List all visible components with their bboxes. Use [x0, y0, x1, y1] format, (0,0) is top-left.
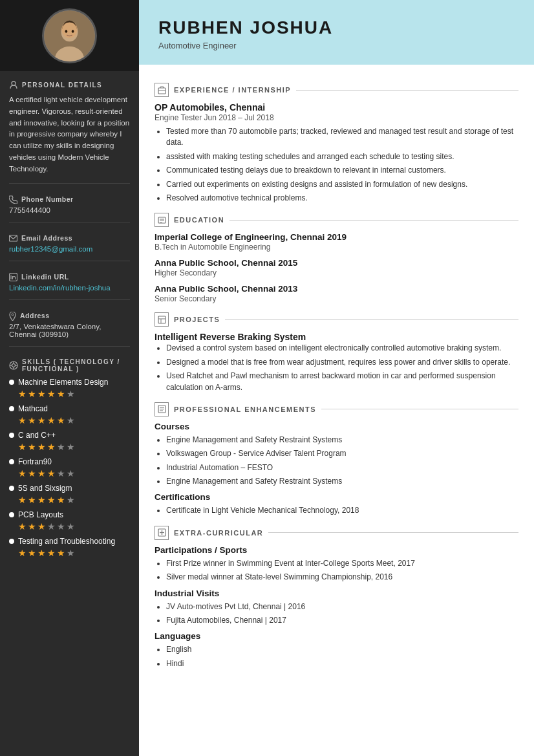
projects-icon [155, 312, 169, 327]
certification-item: Certificate in Light Vehicle Mechanical … [166, 505, 518, 516]
participation-item: First Prize winner in Swimming Event at … [166, 558, 518, 569]
professional-section-title: Professional Enhancements [174, 405, 316, 413]
education-section-header: Education [155, 213, 518, 227]
resume-body: Experience / Internship OP Automobiles, … [139, 65, 534, 684]
svg-point-4 [65, 30, 68, 33]
svg-point-5 [72, 30, 74, 33]
skill-dot [9, 539, 14, 544]
experience-section-header: Experience / Internship [155, 83, 518, 97]
exp-bullet: Resolved automotive technical problems. [166, 193, 518, 204]
courses-list: Engine Management and Safety Restraint S… [166, 435, 518, 488]
experience-icon [155, 83, 169, 97]
experience-section-line [296, 90, 518, 91]
skill-item: Testing and Troubleshooting★★★★★★ [9, 537, 130, 558]
bio-text: A certified light vehicle development en… [9, 94, 130, 175]
skill-dot [9, 433, 14, 438]
education-entries: Imperial College of Engineering, Chennai… [155, 232, 518, 303]
skill-stars: ★★★★★★ [18, 415, 130, 426]
project-bullet: Used Ratchet and Pawl mechanism to arres… [166, 371, 518, 393]
skill-item: C and C++★★★★★★ [9, 431, 130, 452]
education-section-line [230, 220, 518, 221]
skill-item: Machine Elements Design★★★★★★ [9, 378, 130, 399]
skills-list: Machine Elements Design★★★★★★Mathcad★★★★… [9, 378, 130, 558]
skill-dot [9, 380, 14, 385]
professional-section-header: Professional Enhancements [155, 402, 518, 416]
education-section-title: Education [174, 216, 224, 224]
participations-label: Participations / Sports [155, 545, 518, 555]
skill-stars: ★★★★★★ [18, 548, 130, 558]
experience-section-title: Experience / Internship [174, 86, 291, 94]
language-item: English [166, 644, 518, 655]
skill-name: Fortran90 [9, 457, 130, 466]
extra-section-line [268, 532, 518, 533]
skill-name: PCB Layouts [9, 510, 130, 519]
skill-name: Machine Elements Design [9, 378, 130, 387]
skill-stars: ★★★★★★ [18, 389, 130, 399]
projects-section-header: Projects [155, 312, 518, 327]
exp-company: OP Automobiles, Chennai [155, 102, 518, 113]
linkedin-label: Linkedin URL [21, 273, 69, 281]
candidate-title: Automotive Engineer [158, 41, 515, 50]
email-section: Email Address rubher12345@gmail.com [0, 225, 139, 258]
phone-label: Phone Number [21, 195, 74, 203]
skill-dot [9, 406, 14, 411]
certifications-label: Certifications [155, 492, 518, 502]
languages-list: EnglishHindi [166, 644, 518, 669]
education-icon [155, 213, 169, 227]
projects-section-line [225, 319, 518, 320]
extra-section-title: Extra-Curricular [174, 529, 263, 537]
skills-section: Skills ( Technology / Functional ) Machi… [0, 349, 139, 568]
personal-details-heading: Personal Details [9, 80, 130, 89]
exp-bullet: assisted with making testing schedules a… [166, 151, 518, 162]
edu-title: Imperial College of Engineering, Chennai… [155, 232, 518, 242]
address-section: Address 2/7, Venkateshwara Colony, Chenn… [0, 303, 139, 343]
edu-subtitle: B.Tech in Automobile Engineering [155, 243, 518, 252]
projects-section-title: Projects [174, 316, 220, 323]
svg-point-6 [12, 81, 16, 85]
industrial-item: JV Auto-motives Pvt Ltd, Chennai | 2016 [166, 601, 518, 612]
courses-label: Courses [155, 422, 518, 431]
exp-bullets: Tested more than 70 automobile parts; tr… [166, 126, 518, 204]
skill-dot [9, 512, 14, 517]
participations-list: First Prize winner in Swimming Event at … [166, 558, 518, 583]
exp-bullet: Communicated testing delays due to break… [166, 165, 518, 176]
phone-value: 7755444400 [9, 206, 130, 214]
linkedin-section: Linkedin URL Linkedin.com/in/rubhen-josh… [0, 264, 139, 297]
course-item: Engine Management and Safety Restraint S… [166, 476, 518, 487]
linkedin-value: Linkedin.com/in/rubhen-joshua [9, 284, 130, 292]
extra-section-header: Extra-Curricular [155, 526, 518, 540]
skill-stars: ★★★★★★ [18, 521, 130, 532]
course-item: Volkswagen Group - Service Adviser Talen… [166, 448, 518, 459]
phone-section: Phone Number 7755444400 [0, 186, 139, 219]
exp-bullet: Carried out experiments on existing desi… [166, 179, 518, 190]
industrial-item: Fujita Automobiles, Chennai | 2017 [166, 615, 518, 626]
project-bullet: Designed a model that is free from wear … [166, 357, 518, 368]
email-value: rubher12345@gmail.com [9, 245, 130, 253]
participation-item: Silver medal winner at State-level Swimm… [166, 572, 518, 583]
skill-name: 5S and Sixsigm [9, 484, 130, 493]
email-label: Email Address [21, 234, 72, 242]
sidebar-avatar-section [0, 0, 139, 71]
certifications-list: Certificate in Light Vehicle Mechanical … [166, 505, 518, 516]
skill-name: C and C++ [9, 431, 130, 440]
svg-rect-25 [158, 316, 166, 323]
edu-subtitle: Higher Secondary [155, 268, 518, 277]
project-title: Intelligent Reverse Braking System [155, 332, 518, 342]
skill-stars: ★★★★★★ [18, 495, 130, 505]
resume-header: RUBHEN JOSHUA Automotive Engineer [139, 0, 534, 65]
avatar [42, 8, 97, 63]
address-value: 2/7, Venkateshwara Colony, Chennai (3099… [9, 323, 130, 338]
exp-role: Engine Tester Jun 2018 – Jul 2018 [155, 113, 518, 122]
personal-details-section: Personal Details A certified light vehic… [0, 71, 139, 180]
svg-point-10 [10, 275, 12, 276]
svg-point-12 [12, 314, 14, 316]
skill-item: PCB Layouts★★★★★★ [9, 510, 130, 532]
edu-title: Anna Public School, Chennai 2015 [155, 258, 518, 268]
skill-name: Testing and Troubleshooting [9, 537, 130, 546]
professional-section-line [321, 409, 518, 409]
professional-icon [155, 402, 169, 416]
sidebar: Personal Details A certified light vehic… [0, 0, 139, 756]
extra-icon [155, 526, 169, 540]
skills-heading: Skills ( Technology / Functional ) [9, 358, 130, 373]
svg-point-14 [12, 363, 16, 367]
